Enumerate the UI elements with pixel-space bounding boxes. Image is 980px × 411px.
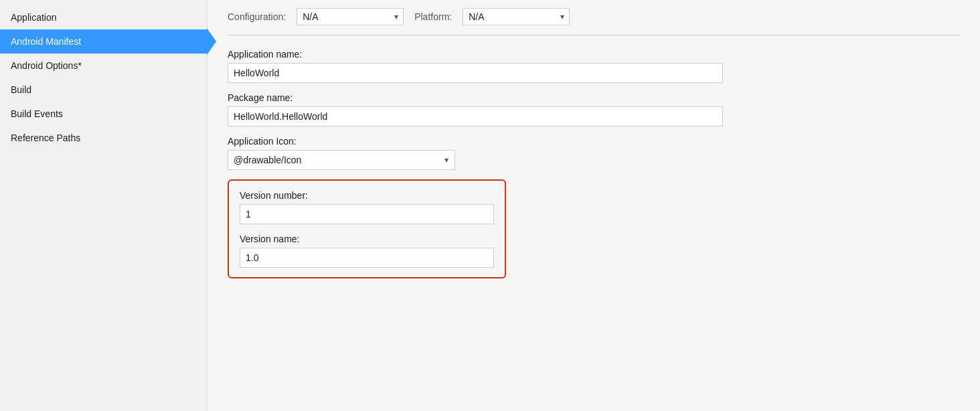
sidebar-item-label: Build (11, 84, 31, 95)
platform-select-wrapper: N/A (463, 8, 570, 25)
sidebar-item-label: Application (11, 12, 57, 23)
sidebar-item-label: Android Manifest (11, 36, 81, 47)
configuration-select-wrapper: N/A (297, 8, 404, 25)
sidebar-item-reference-paths[interactable]: Reference Paths (0, 126, 207, 150)
package-name-input[interactable] (228, 106, 723, 127)
sidebar-item-application[interactable]: Application (0, 5, 207, 29)
app-icon-group: Application Icon: @drawable/Icon (228, 136, 723, 170)
sidebar-item-android-options[interactable]: Android Options* (0, 54, 207, 78)
sidebar-item-label: Android Options* (11, 60, 82, 71)
version-number-input[interactable] (240, 204, 494, 224)
sidebar-item-label: Reference Paths (11, 133, 80, 143)
sidebar-item-build-events[interactable]: Build Events (0, 102, 207, 126)
app-name-label: Application name: (228, 49, 723, 60)
version-number-label: Version number: (240, 190, 494, 201)
sidebar: Application Android Manifest Android Opt… (0, 0, 208, 411)
version-name-group: Version name: (240, 234, 494, 268)
package-name-label: Package name: (228, 92, 723, 103)
configuration-select[interactable]: N/A (297, 8, 404, 25)
platform-select[interactable]: N/A (463, 8, 570, 25)
platform-label: Platform: (414, 11, 452, 22)
sidebar-item-build[interactable]: Build (0, 78, 207, 102)
top-bar: Configuration: N/A Platform: N/A (228, 8, 960, 25)
sidebar-item-android-manifest[interactable]: Android Manifest (0, 29, 207, 54)
app-icon-select[interactable]: @drawable/Icon (228, 150, 455, 170)
version-name-input[interactable] (240, 248, 494, 268)
sidebar-item-label: Build Events (11, 108, 63, 119)
app-icon-label: Application Icon: (228, 136, 723, 147)
app-name-input[interactable] (228, 63, 723, 83)
version-name-label: Version name: (240, 234, 494, 244)
app-name-group: Application name: (228, 49, 723, 83)
package-name-group: Package name: (228, 92, 723, 127)
divider (228, 35, 960, 35)
version-number-group: Version number: (240, 190, 494, 224)
app-icon-select-wrapper: @drawable/Icon (228, 150, 455, 170)
main-content: Configuration: N/A Platform: N/A Applica… (208, 0, 980, 411)
configuration-label: Configuration: (228, 11, 286, 22)
version-box: Version number: Version name: (228, 179, 506, 278)
form-section: Application name: Package name: Applicat… (228, 49, 723, 278)
